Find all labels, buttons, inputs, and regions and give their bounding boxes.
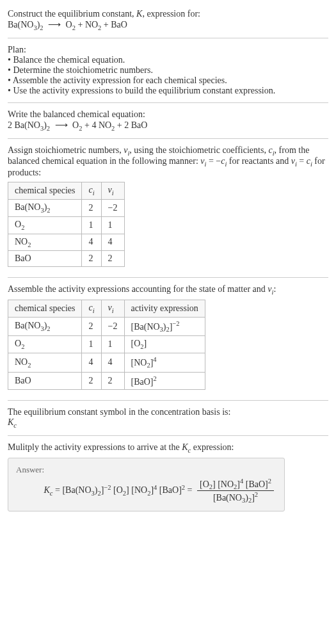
divider: [8, 435, 328, 436]
cell-c: 2: [82, 317, 101, 335]
text: Assemble the activity expressions accoun…: [8, 284, 268, 294]
plan-item: • Determine the stoichiometric numbers.: [8, 65, 328, 76]
cell-c: 1: [82, 216, 101, 234]
cell-species: BaO: [8, 372, 82, 390]
col-activity: activity expression: [124, 300, 205, 318]
activity-table: chemical species ci νi activity expressi…: [8, 300, 205, 390]
cell-activity: [BaO]2: [124, 372, 205, 390]
balanced-title: Write the balanced chemical equation:: [8, 109, 328, 120]
text: :: [273, 284, 276, 294]
text: 2 Ba(NO: [8, 120, 40, 130]
cell-v: −2: [101, 199, 124, 216]
divider: [8, 400, 328, 401]
kc-symbol: Kc: [8, 417, 328, 429]
denominator: [Ba(NO3)2]2: [197, 491, 274, 504]
cell-v: 1: [101, 336, 124, 353]
k-symbol: K: [44, 485, 50, 495]
balanced-equation: 2 Ba(NO3)2 ⟶ O2 + 4 NO2 + 2 BaO: [8, 120, 328, 132]
text: for reactants and: [227, 156, 291, 166]
col-species: chemical species: [8, 300, 82, 318]
sub: 2: [40, 24, 43, 31]
cell-species: BaO: [8, 251, 82, 267]
plan-item: • Assemble the activity expression for e…: [8, 76, 328, 86]
text: expression:: [191, 442, 234, 452]
table-row: O2 1 1: [8, 216, 125, 234]
cell-c: 4: [82, 234, 101, 251]
text: =: [53, 485, 63, 495]
table-row: BaO 2 2 [BaO]2: [8, 372, 205, 390]
text: O: [66, 20, 72, 29]
table-row: Ba(NO3)2 2 −2 [Ba(NO3)2]−2: [8, 317, 205, 335]
cell-v: −2: [101, 317, 124, 335]
text: + BaO: [101, 20, 127, 29]
cell-species: NO2: [8, 353, 82, 372]
cell-c: 2: [82, 251, 101, 267]
balanced-section: Write the balanced chemical equation: 2 …: [8, 106, 328, 136]
arrow-icon: ⟶: [52, 120, 70, 130]
table-row: NO2 4 4: [8, 234, 125, 251]
text: =: [297, 156, 307, 166]
arrow-icon: ⟶: [45, 20, 63, 29]
text: O: [72, 120, 79, 130]
answer-equation: Kc = [Ba(NO3)2]−2 [O2] [NO2]4 [BaO]2 = […: [16, 478, 276, 504]
col-ci: ci: [82, 300, 101, 318]
sub: i: [93, 189, 95, 197]
divider: [8, 277, 328, 278]
sub: i: [112, 189, 114, 197]
assemble-section: Assemble the activity expressions accoun…: [8, 280, 328, 398]
cell-v: 2: [101, 372, 124, 390]
symbol-section: The equilibrium constant symbol in the c…: [8, 403, 328, 433]
text: Mulitply the activity expressions to arr…: [8, 442, 182, 452]
stoich-table: chemical species ci νi Ba(NO3)2 2 −2 O2 …: [8, 182, 125, 267]
table-row: O2 1 1 [O2]: [8, 336, 205, 353]
cell-c: 1: [82, 336, 101, 353]
cell-species: NO2: [8, 234, 82, 251]
cell-c: 2: [82, 372, 101, 390]
col-vi: νi: [101, 300, 124, 318]
multiply-section: Mulitply the activity expressions to arr…: [8, 439, 328, 523]
unbalanced-equation: Ba(NO3)2 ⟶ O2 + NO2 + BaO: [8, 19, 328, 31]
divider: [8, 138, 328, 139]
k-symbol: K: [136, 9, 142, 19]
table-row: BaO 2 2: [8, 251, 125, 267]
divider: [8, 38, 328, 38]
text: + 4 NO: [82, 120, 111, 130]
cell-activity: [NO2]4: [124, 353, 205, 372]
text: + NO: [76, 20, 98, 29]
text: Ba(NO: [8, 20, 33, 29]
text: = −: [206, 156, 221, 166]
fraction: [O2] [NO2]4 [BaO]2 [Ba(NO3)2]2: [197, 478, 274, 504]
divider: [8, 102, 328, 103]
intro-section: Construct the equilibrium constant, K, e…: [8, 5, 328, 35]
text: Assign stoichiometric numbers,: [8, 145, 124, 155]
text: =: [188, 485, 195, 495]
symbol-text: The equilibrium constant symbol in the c…: [8, 407, 328, 417]
text: , expression for:: [142, 9, 200, 19]
cell-activity: [O2]: [124, 336, 205, 353]
text: Construct the equilibrium constant,: [8, 9, 136, 19]
table-row: Ba(NO3)2 2 −2: [8, 199, 125, 216]
cell-v: 4: [101, 234, 124, 251]
assign-section: Assign stoichiometric numbers, νi, using…: [8, 141, 328, 275]
sub: 2: [47, 125, 50, 132]
plan-item: • Use the activity expressions to build …: [8, 86, 328, 96]
cell-v: 1: [101, 216, 124, 234]
plan-title: Plan:: [8, 45, 328, 55]
table-row: NO2 4 4 [NO2]4: [8, 353, 205, 372]
cell-c: 2: [82, 199, 101, 216]
table-header-row: chemical species ci νi activity expressi…: [8, 300, 205, 318]
assemble-text: Assemble the activity expressions accoun…: [8, 284, 328, 296]
intro-line1: Construct the equilibrium constant, K, e…: [8, 9, 328, 19]
cell-c: 4: [82, 353, 101, 372]
col-vi: νi: [101, 182, 124, 200]
assign-text: Assign stoichiometric numbers, νi, using…: [8, 145, 328, 179]
cell-v: 4: [101, 353, 124, 372]
cell-species: Ba(NO3)2: [8, 317, 82, 335]
answer-label: Answer:: [16, 465, 276, 475]
col-species: chemical species: [8, 182, 82, 200]
k-symbol: K: [182, 442, 188, 452]
cell-species: O2: [8, 216, 82, 234]
numerator: [O2] [NO2]4 [BaO]2: [197, 478, 274, 491]
cell-v: 2: [101, 251, 124, 267]
col-ci: ci: [82, 182, 101, 200]
